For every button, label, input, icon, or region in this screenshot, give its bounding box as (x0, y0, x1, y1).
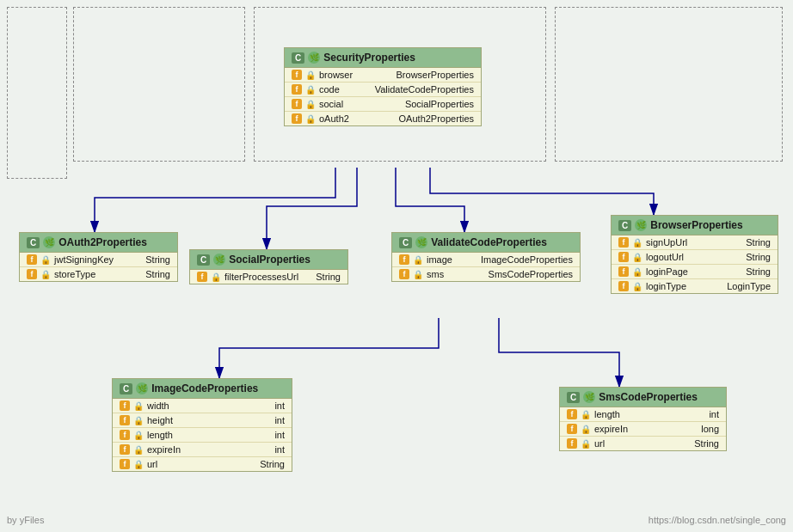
field-type: LoginType (727, 281, 771, 291)
f-badge: f (27, 254, 37, 265)
class-name: SmsCodeProperties (599, 391, 698, 403)
field-storeType: f 🔒 storeType String (20, 267, 177, 281)
field-type: String (746, 266, 771, 277)
class-SmsCodeProperties: C 🌿 SmsCodeProperties f 🔒 length int f 🔒… (559, 387, 727, 451)
field-name: code (319, 84, 340, 95)
field-name: storeType (54, 269, 95, 279)
spring-icon: 🌿 (583, 391, 595, 403)
lock-icon: 🔒 (581, 425, 591, 434)
f-badge: f (292, 70, 302, 80)
spring-icon: 🌿 (213, 254, 225, 266)
field-browser: f 🔒 browser BrowserProperties (285, 68, 481, 83)
field-width: f 🔒 width int (113, 399, 292, 413)
f-badge: f (292, 113, 302, 124)
c-badge: C (567, 392, 580, 403)
field-type: int (274, 401, 285, 411)
field-name: oAuth2 (319, 113, 349, 124)
field-type: String (145, 269, 170, 279)
lock-icon: 🔒 (632, 282, 642, 291)
field-type: int (274, 415, 285, 425)
lock-icon: 🔒 (133, 431, 144, 440)
field-type: String (316, 272, 341, 282)
f-badge: f (618, 252, 629, 262)
c-badge: C (120, 383, 132, 394)
field-type: String (694, 438, 719, 449)
field-social: f 🔒 social SocialProperties (285, 97, 481, 112)
f-badge: f (197, 272, 207, 282)
field-oAuth2: f 🔒 oAuth2 OAuth2Properties (285, 112, 481, 125)
field-type: int (709, 409, 719, 419)
c-badge: C (27, 237, 40, 248)
f-badge: f (120, 415, 130, 425)
class-name: ValidateCodeProperties (431, 236, 547, 248)
f-badge: f (292, 99, 302, 109)
class-SocialProperties: C 🌿 SocialProperties f 🔒 filterProcesses… (189, 249, 348, 284)
field-name: social (319, 99, 343, 109)
lock-icon: 🔒 (305, 70, 316, 80)
f-badge: f (399, 254, 409, 265)
f-badge: f (120, 430, 130, 440)
lock-icon: 🔒 (133, 416, 144, 425)
c-badge: C (292, 52, 304, 64)
lock-icon: 🔒 (133, 445, 144, 455)
field-name: height (147, 415, 173, 425)
lock-icon: 🔒 (413, 270, 423, 279)
class-ImageCodeProperties: C 🌿 ImageCodeProperties f 🔒 width int f … (112, 378, 292, 472)
f-badge: f (618, 266, 629, 277)
field-expireIn: f 🔒 expireIn long (560, 422, 726, 437)
c-badge: C (399, 237, 412, 248)
dashed-box-1 (7, 7, 67, 179)
field-type: String (746, 252, 771, 262)
dashed-box-4 (555, 7, 783, 162)
field-type: long (701, 424, 719, 434)
c-badge: C (197, 254, 210, 266)
lock-icon: 🔒 (581, 439, 591, 449)
field-name: browser (319, 70, 353, 80)
c-badge: C (618, 220, 631, 231)
field-code: f 🔒 code ValidateCodeProperties (285, 83, 481, 97)
f-badge: f (120, 444, 130, 455)
field-name: expireIn (594, 424, 628, 434)
spring-icon: 🌿 (415, 236, 427, 248)
spring-icon: 🌿 (308, 52, 320, 64)
watermark-left: by yFiles (7, 515, 44, 525)
field-name: length (594, 409, 620, 419)
lock-icon: 🔒 (133, 460, 144, 469)
class-header-SmsCodeProperties: C 🌿 SmsCodeProperties (560, 388, 726, 407)
field-sms: f 🔒 sms SmsCodeProperties (392, 267, 580, 281)
class-name: BrowserProperties (650, 219, 742, 231)
lock-icon: 🔒 (133, 401, 144, 411)
field-name: url (147, 459, 157, 469)
field-length: f 🔒 length int (560, 407, 726, 422)
f-badge: f (292, 84, 302, 95)
field-url: f 🔒 url String (560, 437, 726, 450)
field-filterProcessesUrl: f 🔒 filterProcessesUrl String (190, 270, 347, 284)
f-badge: f (618, 237, 629, 248)
field-type: OAuth2Properties (399, 113, 474, 124)
class-header-SocialProperties: C 🌿 SocialProperties (190, 250, 347, 270)
field-type: String (746, 237, 771, 248)
lock-icon: 🔒 (632, 238, 642, 248)
class-ValidateCodeProperties: C 🌿 ValidateCodeProperties f 🔒 image Ima… (391, 232, 581, 282)
f-badge: f (27, 269, 37, 279)
class-header-OAuth2Properties: C 🌿 OAuth2Properties (20, 233, 177, 253)
f-badge: f (399, 269, 409, 279)
lock-icon: 🔒 (40, 255, 51, 265)
field-type: ImageCodeProperties (481, 254, 573, 265)
field-type: String (260, 459, 285, 469)
lock-icon: 🔒 (305, 85, 316, 95)
class-name: ImageCodeProperties (151, 382, 258, 394)
spring-icon: 🌿 (43, 236, 55, 248)
spring-icon: 🌿 (635, 219, 647, 231)
field-type: BrowserProperties (396, 70, 474, 80)
dashed-box-2 (73, 7, 245, 162)
class-OAuth2Properties: C 🌿 OAuth2Properties f 🔒 jwtSigningKey S… (19, 232, 178, 282)
class-header-SecurityProperties: C 🌿 SecurityProperties (285, 48, 481, 68)
field-type: String (145, 254, 170, 265)
lock-icon: 🔒 (305, 100, 316, 109)
field-name: filterProcessesUrl (224, 272, 298, 282)
field-url: f 🔒 url String (113, 457, 292, 471)
field-loginPage: f 🔒 loginPage String (612, 265, 778, 279)
field-length: f 🔒 length int (113, 428, 292, 443)
field-type: SocialProperties (405, 99, 474, 109)
